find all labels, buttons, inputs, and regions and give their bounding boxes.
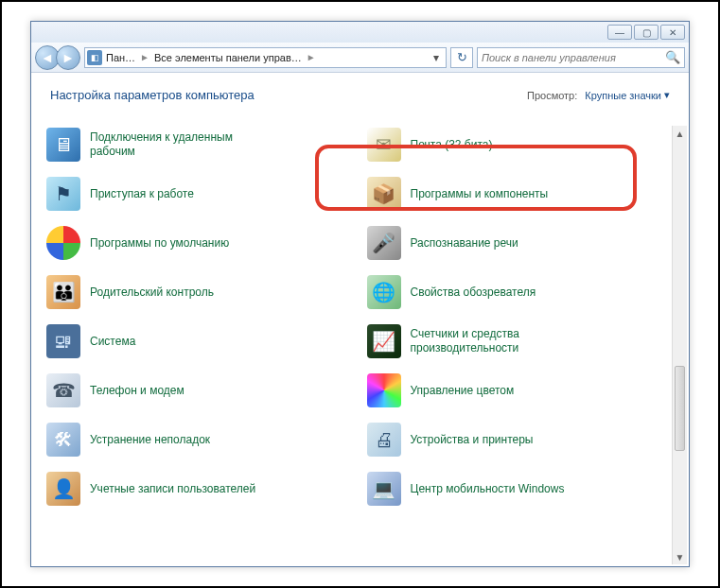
item-label: Управление цветом: [411, 384, 515, 398]
item-icon: ☎: [46, 373, 80, 407]
item-label: Учетные записи пользователей: [90, 482, 255, 496]
view-value: Крупные значки: [585, 90, 661, 101]
scroll-thumb[interactable]: [675, 366, 685, 451]
search-box[interactable]: 🔍: [477, 47, 685, 68]
control-panel-icon: ◧: [87, 50, 102, 65]
toolbar: ◄ ► ◧ Пан… ► Все элементы панели управ… …: [31, 43, 689, 73]
item-label: Почта (32 бита): [411, 138, 493, 152]
control-panel-item[interactable]: 🖨Устройства и принтеры: [361, 415, 673, 464]
refresh-button[interactable]: ↻: [450, 47, 473, 68]
minimize-button[interactable]: —: [607, 25, 632, 40]
view-dropdown[interactable]: Крупные значки ▾: [585, 89, 670, 101]
item-label: Устранение неполадок: [90, 433, 210, 447]
nav-buttons: ◄ ►: [35, 45, 80, 70]
item-icon: 👤: [46, 472, 80, 506]
breadcrumb-seg-2[interactable]: Все элементы панели управ…: [152, 52, 304, 63]
content-header: Настройка параметров компьютера Просмотр…: [31, 73, 689, 110]
item-label: Счетчики и средства производительности: [411, 327, 590, 355]
control-panel-item[interactable]: Программы по умолчанию: [41, 218, 352, 268]
item-label: Распознавание речи: [411, 236, 518, 251]
search-input[interactable]: [482, 52, 665, 63]
breadcrumb-seg-1[interactable]: Пан…: [104, 52, 137, 63]
control-panel-window: — ▢ ✕ ◄ ► ◧ Пан… ► Все элементы панели у…: [30, 21, 690, 567]
control-panel-item[interactable]: 👤Учетные записи пользователей: [41, 464, 352, 513]
scroll-up-arrow[interactable]: ▲: [673, 126, 687, 141]
item-icon: 🎤: [367, 226, 401, 260]
item-icon: 📈: [367, 324, 401, 358]
control-panel-item[interactable]: ⚑Приступая к работе: [41, 169, 352, 218]
forward-button[interactable]: ►: [56, 45, 80, 70]
item-icon: 🖥: [46, 128, 80, 162]
breadcrumb-separator: ►: [139, 52, 150, 62]
item-label: Центр мобильности Windows: [411, 482, 565, 496]
item-icon: 🌐: [367, 275, 401, 309]
page-title: Настройка параметров компьютера: [50, 88, 255, 102]
item-icon: ⚑: [46, 177, 80, 211]
address-bar[interactable]: ◧ Пан… ► Все элементы панели управ… ► ▾: [84, 47, 447, 68]
item-label: Подключения к удаленным рабочим: [90, 130, 270, 159]
item-icon: 👪: [46, 275, 80, 309]
vertical-scrollbar[interactable]: ▲ ▼: [672, 126, 687, 564]
scroll-track[interactable]: [673, 141, 687, 549]
scroll-down-arrow[interactable]: ▼: [673, 549, 687, 564]
content-area: Настройка параметров компьютера Просмотр…: [31, 73, 689, 566]
control-panel-item[interactable]: ✉Почта (32 бита): [361, 120, 673, 169]
control-panel-item[interactable]: 📈Счетчики и средства производительности: [361, 317, 673, 366]
close-button[interactable]: ✕: [660, 25, 685, 40]
address-dropdown-icon[interactable]: ▾: [429, 51, 444, 64]
control-panel-item[interactable]: ☎Телефон и модем: [41, 366, 352, 415]
item-icon: [367, 373, 401, 407]
search-icon: 🔍: [665, 50, 680, 64]
items-panel: 🖥Подключения к удаленным рабочим✉Почта (…: [41, 120, 672, 562]
control-panel-item[interactable]: 🎤Распознавание речи: [361, 218, 673, 268]
view-label: Просмотр:: [527, 90, 577, 101]
control-panel-item[interactable]: 🌐Свойства обозревателя: [361, 268, 673, 317]
maximize-button[interactable]: ▢: [634, 25, 659, 40]
control-panel-item[interactable]: 📦Программы и компоненты: [361, 169, 673, 218]
titlebar: — ▢ ✕: [31, 22, 689, 43]
item-label: Родительский контроль: [90, 285, 214, 300]
control-panel-item[interactable]: 💻Центр мобильности Windows: [361, 464, 673, 513]
item-icon: ✉: [367, 128, 401, 162]
item-label: Программы и компоненты: [411, 187, 549, 201]
view-selector: Просмотр: Крупные значки ▾: [527, 89, 670, 101]
item-icon: 💻: [367, 472, 401, 506]
item-label: Программы по умолчанию: [90, 236, 229, 251]
control-panel-item[interactable]: 🖳Система: [41, 317, 352, 366]
item-label: Телефон и модем: [90, 384, 184, 398]
item-label: Система: [90, 335, 135, 349]
item-icon: 📦: [367, 177, 401, 211]
chevron-down-icon: ▾: [664, 89, 670, 101]
item-icon: 🛠: [46, 423, 80, 457]
control-panel-item[interactable]: 🖥Подключения к удаленным рабочим: [41, 120, 352, 169]
item-icon: 🖳: [46, 324, 80, 358]
breadcrumb-separator: ►: [306, 52, 317, 62]
item-label: Свойства обозревателя: [411, 285, 536, 300]
item-label: Приступая к работе: [90, 187, 194, 201]
item-icon: [46, 226, 80, 260]
item-label: Устройства и принтеры: [411, 433, 534, 447]
control-panel-item[interactable]: Управление цветом: [361, 366, 673, 415]
control-panel-item[interactable]: 🛠Устранение неполадок: [41, 415, 352, 464]
control-panel-item[interactable]: 👪Родительский контроль: [41, 268, 352, 317]
item-icon: 🖨: [367, 423, 401, 457]
